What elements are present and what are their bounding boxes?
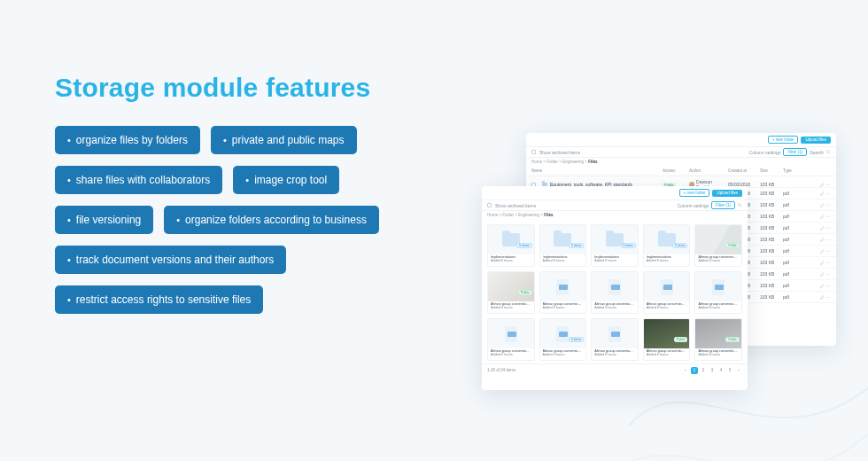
page-button[interactable]: 3: [709, 367, 716, 374]
row-size: 103 KB: [760, 182, 783, 187]
item-count-badge: 5 items: [569, 337, 584, 342]
table-header: Name Access Author Created at Size Type: [526, 166, 836, 176]
row-size: 103 KB: [760, 214, 783, 219]
file-card[interactable]: 5 itemsAltman group convention.pdfAdded …: [539, 318, 587, 361]
new-folder-button[interactable]: + new folder: [679, 189, 710, 197]
file-card[interactable]: 5 itemsImplementationsAdded 6 hours: [643, 224, 691, 267]
col-type[interactable]: Type: [783, 168, 804, 173]
more-icon[interactable]: [826, 203, 831, 207]
file-card[interactable]: Altman group convention.pdfAdded 6 hours: [591, 318, 639, 361]
svg-line-1: [829, 152, 830, 153]
col-name[interactable]: Name: [531, 168, 663, 173]
breadcrumb[interactable]: Home > Folder > Engineering > Files: [526, 158, 836, 166]
search-label[interactable]: Search: [810, 150, 824, 155]
page-button[interactable]: 5: [726, 367, 733, 374]
col-size[interactable]: Size: [760, 168, 783, 173]
select-all-checkbox[interactable]: [487, 203, 492, 207]
row-type: pdf: [783, 248, 804, 254]
file-card[interactable]: PublicAltman group convention.pdfAdded 6…: [694, 318, 742, 361]
more-icon[interactable]: [826, 191, 831, 196]
svg-point-29: [827, 285, 828, 286]
svg-point-6: [828, 193, 829, 194]
svg-point-26: [827, 274, 828, 275]
file-card[interactable]: Altman group convention.pdfAdded 6 hours: [487, 318, 535, 361]
file-card[interactable]: 5 itemsImplementationsAdded 6 hours: [539, 224, 587, 267]
show-archived-toggle-label[interactable]: Show archived items: [539, 150, 580, 155]
search-icon[interactable]: [826, 150, 831, 154]
file-card[interactable]: Altman group convention.pdfAdded 6 hours: [694, 271, 742, 314]
row-size: 103 KB: [760, 260, 783, 265]
file-card[interactable]: Altman group convention.pdfAdded 6 hours: [643, 271, 691, 314]
edit-icon[interactable]: [820, 215, 825, 219]
svg-point-8: [827, 205, 828, 206]
more-icon[interactable]: [826, 284, 831, 288]
more-icon[interactable]: [826, 261, 831, 265]
row-size: 103 KB: [760, 271, 783, 277]
edit-icon[interactable]: [820, 183, 825, 187]
row-size: 103 KB: [760, 248, 783, 254]
edit-icon[interactable]: [820, 284, 825, 288]
grid-footer: 1-15 of 24 items ‹12345›: [482, 363, 748, 376]
row-size: 103 KB: [760, 283, 783, 288]
column-settings-button[interactable]: Column settings: [677, 203, 709, 208]
image-thumbnail: [644, 319, 690, 348]
svg-point-13: [830, 216, 831, 217]
edit-icon[interactable]: [820, 272, 825, 277]
col-author[interactable]: Author: [689, 168, 728, 173]
page-button[interactable]: ‹: [682, 367, 689, 374]
file-card[interactable]: PublicAltman group convention.pdfAdded 6…: [643, 318, 691, 361]
more-icon[interactable]: [826, 215, 831, 219]
upload-button[interactable]: Upload files: [712, 190, 742, 197]
more-icon[interactable]: [826, 183, 831, 187]
more-icon[interactable]: [826, 272, 831, 277]
file-card[interactable]: PublicAltman group convention.pdfAdded 6…: [487, 271, 535, 314]
breadcrumb-path[interactable]: Home > Folder > Engineering >: [487, 213, 544, 217]
row-type: pdf: [783, 191, 804, 196]
svg-point-25: [830, 262, 831, 263]
more-icon[interactable]: [826, 226, 831, 230]
file-card[interactable]: 5 itemsImplementationsAdded 6 hours: [487, 224, 535, 267]
select-all-checkbox[interactable]: [531, 150, 536, 154]
file-card[interactable]: 5 itemsImplementationsAdded 6 hours: [591, 224, 639, 267]
breadcrumb[interactable]: Home > Folder > Engineering > Files: [482, 211, 748, 219]
edit-icon[interactable]: [820, 249, 825, 254]
svg-point-18: [828, 239, 829, 240]
card-subtitle: Added 6 hours: [647, 259, 669, 262]
file-card[interactable]: Altman group convention.pdfAdded 6 hours: [591, 271, 639, 314]
page-button[interactable]: ›: [735, 367, 742, 374]
edit-icon[interactable]: [820, 226, 825, 230]
card-subtitle: Added 6 hours: [543, 259, 565, 262]
document-icon: [661, 279, 673, 295]
more-icon[interactable]: [826, 249, 831, 254]
filter-button[interactable]: Filter (1): [711, 201, 735, 209]
filter-button[interactable]: Filter (1): [783, 148, 807, 156]
svg-point-12: [828, 216, 829, 217]
page-button[interactable]: 1: [691, 367, 698, 374]
more-icon[interactable]: [826, 238, 831, 242]
breadcrumb-path[interactable]: Home > Folder > Engineering >: [531, 160, 588, 164]
page-title: Storage module features: [55, 73, 436, 103]
edit-icon[interactable]: [820, 295, 825, 300]
new-folder-button[interactable]: + new folder: [768, 136, 799, 144]
card-subtitle: Added 6 hours: [698, 306, 720, 309]
feature-pill: organize folders according to business: [164, 206, 379, 234]
page-button[interactable]: 2: [700, 367, 707, 374]
upload-button[interactable]: Upload files: [801, 137, 831, 144]
row-type: pdf: [783, 214, 804, 219]
show-archived-toggle-label[interactable]: Show archived items: [495, 203, 536, 208]
svg-point-27: [828, 274, 829, 275]
edit-icon[interactable]: [820, 261, 825, 265]
edit-icon[interactable]: [820, 238, 825, 242]
page-button[interactable]: 4: [717, 367, 725, 374]
edit-icon[interactable]: [820, 203, 825, 207]
column-settings-button[interactable]: Column settings: [749, 150, 781, 155]
col-created[interactable]: Created at: [728, 168, 760, 173]
card-subtitle: Added 6 hours: [698, 353, 720, 356]
file-card[interactable]: PublicAltman group convention.pdfAdded 6…: [694, 224, 742, 267]
edit-icon[interactable]: [820, 191, 825, 196]
search-icon[interactable]: [738, 203, 742, 207]
col-access[interactable]: Access: [663, 168, 689, 173]
file-card[interactable]: Altman group convention.pdfAdded 6 hours: [539, 271, 587, 314]
svg-point-22: [830, 251, 831, 252]
more-icon[interactable]: [826, 295, 831, 300]
